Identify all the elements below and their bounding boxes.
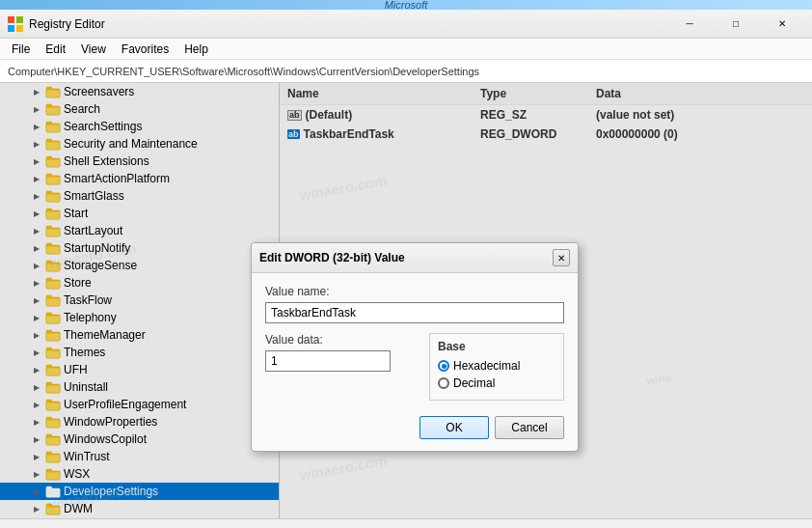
window-title: Registry Editor xyxy=(29,17,667,31)
main-content: winaero.com winaero.com winaero.com wina… xyxy=(0,83,812,518)
dialog-title-bar: Edit DWORD (32-bit) Value ✕ xyxy=(252,243,578,273)
svg-rect-2 xyxy=(8,25,14,32)
menu-favorites[interactable]: Favorites xyxy=(114,41,176,58)
dialog-close-button[interactable]: ✕ xyxy=(553,249,570,266)
radio-hexadecimal[interactable]: Hexadecimal xyxy=(438,359,555,373)
cancel-button[interactable]: Cancel xyxy=(495,416,564,439)
top-strip: Microsoft xyxy=(0,0,812,10)
value-data-label: Value data: xyxy=(265,333,418,347)
radio-dec-label: Decimal xyxy=(453,376,495,390)
ok-button[interactable]: OK xyxy=(420,416,489,439)
radio-hex-circle xyxy=(438,360,449,372)
app-icon xyxy=(8,16,23,32)
svg-rect-1 xyxy=(16,16,23,23)
dialog-body: Value name: Value data: Base Hexadecimal… xyxy=(252,273,578,451)
radio-decimal[interactable]: Decimal xyxy=(438,376,555,390)
title-bar-controls: ─ □ ✕ xyxy=(667,10,804,39)
base-label: Base xyxy=(438,340,555,353)
dialog-row: Value data: Base Hexadecimal Decimal xyxy=(265,333,564,401)
address-bar: Computer\HKEY_CURRENT_USER\Software\Micr… xyxy=(0,60,812,83)
maximize-button[interactable]: □ xyxy=(714,10,758,39)
microsoft-label: Microsoft xyxy=(0,0,812,10)
value-data-input[interactable] xyxy=(265,350,391,372)
status-bar xyxy=(0,518,812,528)
value-name-input[interactable] xyxy=(265,302,564,323)
radio-dec-circle xyxy=(438,377,449,389)
value-name-label: Value name: xyxy=(265,285,564,298)
value-data-col: Value data: xyxy=(265,333,418,401)
base-group: Base Hexadecimal Decimal xyxy=(429,333,564,401)
menu-view[interactable]: View xyxy=(73,41,114,58)
menu-edit[interactable]: Edit xyxy=(38,41,73,58)
close-button[interactable]: ✕ xyxy=(760,10,804,39)
edit-dword-dialog: Edit DWORD (32-bit) Value ✕ Value name: … xyxy=(251,242,579,452)
dialog-buttons: OK Cancel xyxy=(265,412,564,439)
svg-rect-0 xyxy=(8,16,14,23)
address-path: Computer\HKEY_CURRENT_USER\Software\Micr… xyxy=(8,66,479,77)
dialog-title: Edit DWORD (32-bit) Value xyxy=(259,251,405,264)
minimize-button[interactable]: ─ xyxy=(667,10,712,39)
menu-bar: File Edit View Favorites Help xyxy=(0,39,812,60)
radio-hex-label: Hexadecimal xyxy=(453,359,520,373)
title-bar: Registry Editor ─ □ ✕ xyxy=(0,10,812,39)
menu-help[interactable]: Help xyxy=(176,41,216,58)
menu-file[interactable]: File xyxy=(4,41,38,58)
svg-rect-3 xyxy=(16,25,23,32)
